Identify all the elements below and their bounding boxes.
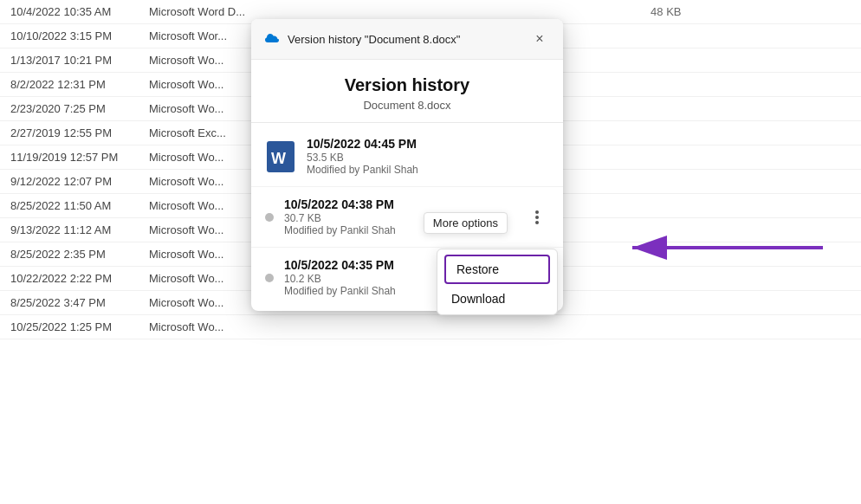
- context-menu: Restore Download: [437, 249, 558, 315]
- file-date: 10/25/2022 1:25 PM: [0, 315, 139, 339]
- file-date: 10/10/2022 3:15 PM: [0, 24, 139, 48]
- more-options-tooltip: More options: [424, 212, 508, 234]
- dialog-titlebar: Version history "Document 8.docx" ×: [251, 19, 563, 60]
- version-actions: More options Restore Download: [525, 205, 549, 229]
- file-date: 9/13/2022 11:12 AM: [0, 218, 139, 242]
- close-icon: ×: [535, 31, 543, 47]
- version-list: W 10/5/2022 04:45 PM 53.5 KB Modified by…: [251, 123, 563, 311]
- dot3: [535, 221, 539, 224]
- file-size: [640, 194, 861, 218]
- file-date: 10/22/2022 2:22 PM: [0, 267, 139, 291]
- file-size: 48 KB: [640, 0, 861, 24]
- version-history-dialog: Version history "Document 8.docx" × Vers…: [251, 19, 563, 311]
- file-size: [640, 267, 861, 291]
- file-size: [640, 145, 861, 170]
- file-name: Microsoft Wo...: [139, 315, 640, 339]
- file-size: [640, 24, 861, 48]
- dialog-heading: Version history: [269, 75, 546, 95]
- file-date: 2/23/2020 7:25 PM: [0, 97, 139, 121]
- version-info: 10/5/2022 04:45 PM 53.5 KB Modified by P…: [307, 137, 549, 176]
- more-options-button[interactable]: [525, 205, 549, 229]
- version-item: W 10/5/2022 04:45 PM 53.5 KB Modified by…: [251, 126, 563, 187]
- file-size: [640, 291, 861, 315]
- file-size: [640, 218, 861, 242]
- version-author: Modified by Pankil Shah: [307, 164, 549, 176]
- onedrive-icon: [263, 30, 281, 48]
- download-button[interactable]: Download: [437, 286, 557, 314]
- version-dot-icon: [265, 274, 274, 282]
- word-icon: W: [265, 141, 296, 172]
- file-size: [640, 73, 861, 97]
- file-date: 11/19/2019 12:57 PM: [0, 145, 139, 170]
- file-date: 9/12/2022 12:07 PM: [0, 170, 139, 194]
- version-size: 53.5 KB: [307, 152, 549, 164]
- svg-text:W: W: [271, 150, 286, 167]
- file-size: [640, 48, 861, 73]
- dialog-header: Version history Document 8.docx: [251, 60, 563, 123]
- dialog-title: Version history "Document 8.docx": [288, 33, 528, 46]
- file-size: [640, 315, 861, 339]
- version-date: 10/5/2022 04:38 PM: [284, 197, 525, 211]
- file-date: 8/25/2022 2:35 PM: [0, 242, 139, 267]
- version-date: 10/5/2022 04:45 PM: [307, 137, 549, 151]
- file-date: 8/2/2022 12:31 PM: [0, 73, 139, 97]
- version-item: 10/5/2022 04:38 PM 30.7 KB Modified by P…: [251, 187, 563, 248]
- dialog-filename: Document 8.docx: [269, 99, 546, 112]
- dot2: [535, 216, 539, 219]
- version-dot-icon: [265, 213, 274, 222]
- file-size: [640, 242, 861, 267]
- restore-button[interactable]: Restore: [444, 255, 550, 284]
- file-size: [640, 97, 861, 121]
- dialog-close-button[interactable]: ×: [528, 28, 551, 50]
- dot1: [535, 210, 539, 214]
- file-date: 8/25/2022 11:50 AM: [0, 194, 139, 218]
- table-row: 10/25/2022 1:25 PM Microsoft Wo...: [0, 315, 861, 339]
- file-date: 1/13/2017 10:21 PM: [0, 48, 139, 73]
- file-size: [640, 170, 861, 194]
- file-date: 10/4/2022 10:35 AM: [0, 0, 139, 24]
- file-date: 2/27/2019 12:55 PM: [0, 121, 139, 145]
- file-date: 8/25/2022 3:47 PM: [0, 291, 139, 315]
- file-size: [640, 121, 861, 145]
